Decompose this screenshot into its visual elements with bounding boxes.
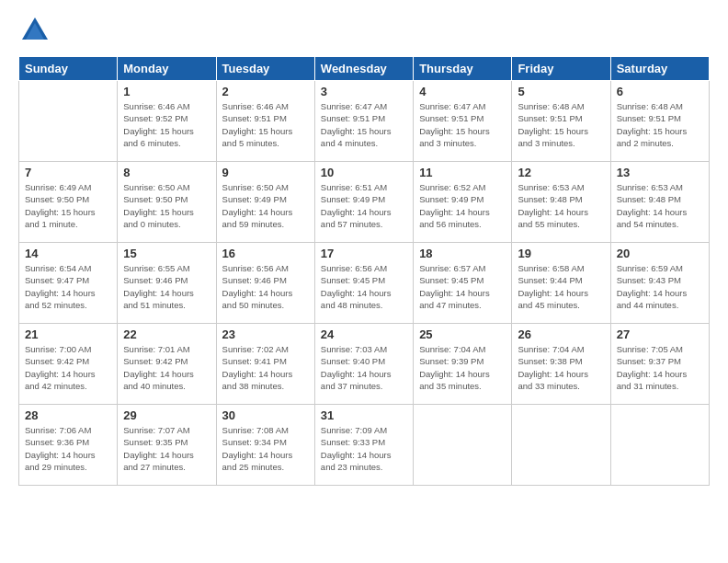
calendar-cell: 24Sunrise: 7:03 AM Sunset: 9:40 PM Dayli… [314,324,413,405]
calendar-cell: 7Sunrise: 6:49 AM Sunset: 9:50 PM Daylig… [19,162,118,243]
day-of-week-monday: Monday [118,57,216,81]
day-info: Sunrise: 6:55 AM Sunset: 9:46 PM Dayligh… [123,262,210,311]
day-info: Sunrise: 7:04 AM Sunset: 9:38 PM Dayligh… [518,343,604,392]
day-number: 11 [419,166,506,179]
day-number: 27 [617,327,703,341]
day-info: Sunrise: 7:02 AM Sunset: 9:41 PM Dayligh… [222,343,309,392]
calendar-cell [414,405,512,486]
day-number: 28 [25,408,111,422]
calendar-cell: 13Sunrise: 6:53 AM Sunset: 9:48 PM Dayli… [610,162,709,243]
calendar-cell: 5Sunrise: 6:48 AM Sunset: 9:51 PM Daylig… [512,81,610,162]
calendar-cell: 11Sunrise: 6:52 AM Sunset: 9:49 PM Dayli… [414,162,512,243]
day-number: 20 [617,247,703,260]
day-info: Sunrise: 7:03 AM Sunset: 9:40 PM Dayligh… [321,343,407,392]
page: SundayMondayTuesdayWednesdayThursdayFrid… [0,0,728,563]
day-info: Sunrise: 7:04 AM Sunset: 9:39 PM Dayligh… [419,343,506,392]
day-of-week-saturday: Saturday [610,57,709,81]
day-info: Sunrise: 6:51 AM Sunset: 9:49 PM Dayligh… [321,181,407,230]
week-row-2: 7Sunrise: 6:49 AM Sunset: 9:50 PM Daylig… [19,162,710,243]
day-number: 3 [321,85,407,98]
calendar-cell: 16Sunrise: 6:56 AM Sunset: 9:46 PM Dayli… [216,243,314,324]
day-number: 29 [123,408,210,422]
day-number: 7 [25,166,111,179]
header [18,14,710,47]
calendar-cell: 23Sunrise: 7:02 AM Sunset: 9:41 PM Dayli… [216,324,314,405]
day-number: 25 [419,327,506,341]
day-number: 23 [222,327,309,341]
day-info: Sunrise: 6:53 AM Sunset: 9:48 PM Dayligh… [518,181,604,230]
day-number: 10 [321,166,407,179]
day-info: Sunrise: 6:57 AM Sunset: 9:45 PM Dayligh… [419,262,506,311]
calendar-cell: 29Sunrise: 7:07 AM Sunset: 9:35 PM Dayli… [118,405,216,486]
day-number: 18 [419,247,506,260]
week-row-4: 21Sunrise: 7:00 AM Sunset: 9:42 PM Dayli… [19,324,710,405]
day-number: 22 [123,327,210,341]
day-info: Sunrise: 7:00 AM Sunset: 9:42 PM Dayligh… [25,343,111,392]
calendar-cell: 26Sunrise: 7:04 AM Sunset: 9:38 PM Dayli… [512,324,610,405]
day-number: 9 [222,166,309,179]
calendar-cell: 3Sunrise: 6:47 AM Sunset: 9:51 PM Daylig… [314,81,413,162]
calendar-cell: 1Sunrise: 6:46 AM Sunset: 9:52 PM Daylig… [118,81,216,162]
day-info: Sunrise: 6:46 AM Sunset: 9:51 PM Dayligh… [222,100,309,149]
day-number: 2 [222,85,309,98]
calendar-cell: 31Sunrise: 7:09 AM Sunset: 9:33 PM Dayli… [314,405,413,486]
week-row-3: 14Sunrise: 6:54 AM Sunset: 9:47 PM Dayli… [19,243,710,324]
calendar-cell: 9Sunrise: 6:50 AM Sunset: 9:49 PM Daylig… [216,162,314,243]
day-number: 8 [123,166,210,179]
day-info: Sunrise: 7:07 AM Sunset: 9:35 PM Dayligh… [123,424,210,473]
day-info: Sunrise: 6:56 AM Sunset: 9:45 PM Dayligh… [321,262,407,311]
day-info: Sunrise: 6:47 AM Sunset: 9:51 PM Dayligh… [419,100,506,149]
calendar-cell: 6Sunrise: 6:48 AM Sunset: 9:51 PM Daylig… [610,81,709,162]
logo-icon [18,14,51,47]
day-number: 4 [419,85,506,98]
day-info: Sunrise: 7:08 AM Sunset: 9:34 PM Dayligh… [222,424,309,473]
day-info: Sunrise: 6:48 AM Sunset: 9:51 PM Dayligh… [518,100,604,149]
day-number: 21 [25,327,111,341]
day-info: Sunrise: 7:01 AM Sunset: 9:42 PM Dayligh… [123,343,210,392]
day-number: 26 [518,327,604,341]
logo [18,14,57,47]
day-number: 1 [123,85,210,98]
calendar-cell: 21Sunrise: 7:00 AM Sunset: 9:42 PM Dayli… [19,324,118,405]
day-of-week-tuesday: Tuesday [216,57,314,81]
day-number: 5 [518,85,604,98]
calendar-header-row: SundayMondayTuesdayWednesdayThursdayFrid… [19,57,710,81]
day-number: 15 [123,247,210,260]
calendar-cell [19,81,118,162]
day-number: 31 [321,408,407,422]
day-info: Sunrise: 7:05 AM Sunset: 9:37 PM Dayligh… [617,343,703,392]
day-number: 17 [321,247,407,260]
day-info: Sunrise: 6:46 AM Sunset: 9:52 PM Dayligh… [123,100,210,149]
calendar-cell: 14Sunrise: 6:54 AM Sunset: 9:47 PM Dayli… [19,243,118,324]
day-info: Sunrise: 6:53 AM Sunset: 9:48 PM Dayligh… [617,181,703,230]
day-info: Sunrise: 6:50 AM Sunset: 9:50 PM Dayligh… [123,181,210,230]
day-info: Sunrise: 6:48 AM Sunset: 9:51 PM Dayligh… [617,100,703,149]
day-number: 12 [518,166,604,179]
day-number: 30 [222,408,309,422]
day-of-week-wednesday: Wednesday [314,57,413,81]
day-info: Sunrise: 6:59 AM Sunset: 9:43 PM Dayligh… [617,262,703,311]
day-number: 16 [222,247,309,260]
day-of-week-sunday: Sunday [19,57,118,81]
calendar-cell: 30Sunrise: 7:08 AM Sunset: 9:34 PM Dayli… [216,405,314,486]
calendar-cell: 27Sunrise: 7:05 AM Sunset: 9:37 PM Dayli… [610,324,709,405]
week-row-5: 28Sunrise: 7:06 AM Sunset: 9:36 PM Dayli… [19,405,710,486]
day-info: Sunrise: 6:47 AM Sunset: 9:51 PM Dayligh… [321,100,407,149]
day-of-week-thursday: Thursday [414,57,512,81]
day-info: Sunrise: 6:54 AM Sunset: 9:47 PM Dayligh… [25,262,111,311]
calendar-cell: 12Sunrise: 6:53 AM Sunset: 9:48 PM Dayli… [512,162,610,243]
calendar-cell [512,405,610,486]
day-number: 13 [617,166,703,179]
calendar-cell: 8Sunrise: 6:50 AM Sunset: 9:50 PM Daylig… [118,162,216,243]
day-info: Sunrise: 6:52 AM Sunset: 9:49 PM Dayligh… [419,181,506,230]
calendar-cell: 15Sunrise: 6:55 AM Sunset: 9:46 PM Dayli… [118,243,216,324]
day-number: 24 [321,327,407,341]
calendar-cell: 20Sunrise: 6:59 AM Sunset: 9:43 PM Dayli… [610,243,709,324]
calendar-cell: 2Sunrise: 6:46 AM Sunset: 9:51 PM Daylig… [216,81,314,162]
day-info: Sunrise: 6:58 AM Sunset: 9:44 PM Dayligh… [518,262,604,311]
day-number: 6 [617,85,703,98]
calendar-cell: 22Sunrise: 7:01 AM Sunset: 9:42 PM Dayli… [118,324,216,405]
calendar-cell [610,405,709,486]
day-info: Sunrise: 7:09 AM Sunset: 9:33 PM Dayligh… [321,424,407,473]
calendar-cell: 25Sunrise: 7:04 AM Sunset: 9:39 PM Dayli… [414,324,512,405]
